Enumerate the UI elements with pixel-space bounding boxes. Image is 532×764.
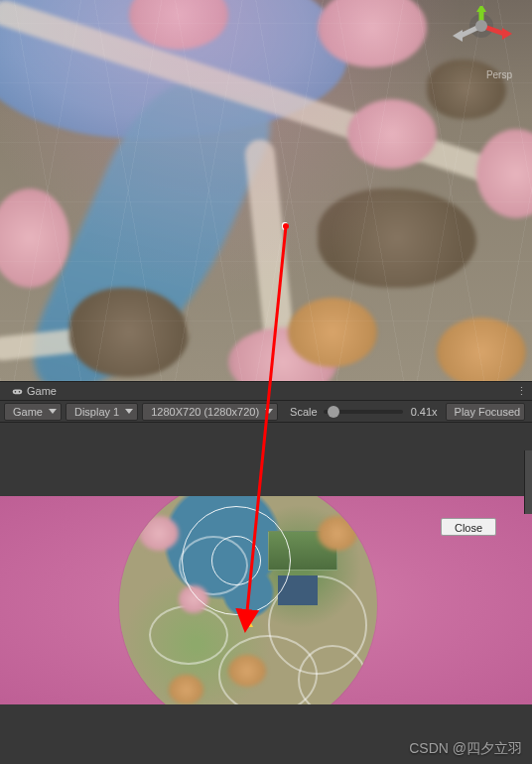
view-mode-dropdown[interactable]: Game: [4, 403, 62, 421]
close-button[interactable]: Close: [441, 518, 496, 536]
resolution-dropdown[interactable]: 1280X720 (1280x720): [142, 403, 278, 421]
scale-value: 0.41x: [411, 406, 438, 418]
panel-menu-icon[interactable]: ⋮: [516, 385, 528, 397]
letterbox: [0, 423, 532, 496]
display-dropdown[interactable]: Display 1: [66, 403, 138, 421]
display-label: Display 1: [74, 406, 119, 418]
player-marker-scene: [282, 222, 288, 230]
game-icon: [12, 386, 23, 397]
game-toolbar: Game Display 1 1280X720 (1280x720) Scale…: [0, 401, 532, 423]
play-focused-dropdown[interactable]: Play Focused: [446, 403, 526, 421]
tab-game[interactable]: Game: [4, 383, 65, 399]
game-frame: Close: [0, 496, 532, 704]
view-radius-ring-small: [211, 536, 261, 585]
scene-terrain: [0, 0, 532, 381]
side-panel-sliver: [524, 450, 532, 514]
tab-game-label: Game: [27, 385, 57, 397]
play-focused-label: Play Focused: [455, 406, 521, 418]
game-view[interactable]: Close: [0, 423, 532, 764]
slider-knob[interactable]: [328, 406, 339, 418]
resolution-label: 1280X720 (1280x720): [151, 406, 259, 418]
close-button-label: Close: [455, 522, 482, 534]
scale-slider[interactable]: [324, 410, 403, 414]
chevron-down-icon: [49, 409, 57, 414]
view-mode-label: Game: [13, 406, 43, 418]
scene-view[interactable]: Persp: [0, 0, 532, 381]
chevron-down-icon: [125, 409, 133, 414]
chevron-down-icon: [265, 409, 273, 414]
letterbox-bottom: [0, 704, 532, 764]
svg-point-10: [19, 391, 21, 393]
panel-tab-bar: Game ⋮: [0, 381, 532, 401]
scale-label: Scale: [290, 406, 318, 418]
svg-point-9: [15, 391, 17, 393]
player-marker-minimap: [243, 617, 253, 627]
svg-rect-8: [13, 389, 23, 394]
